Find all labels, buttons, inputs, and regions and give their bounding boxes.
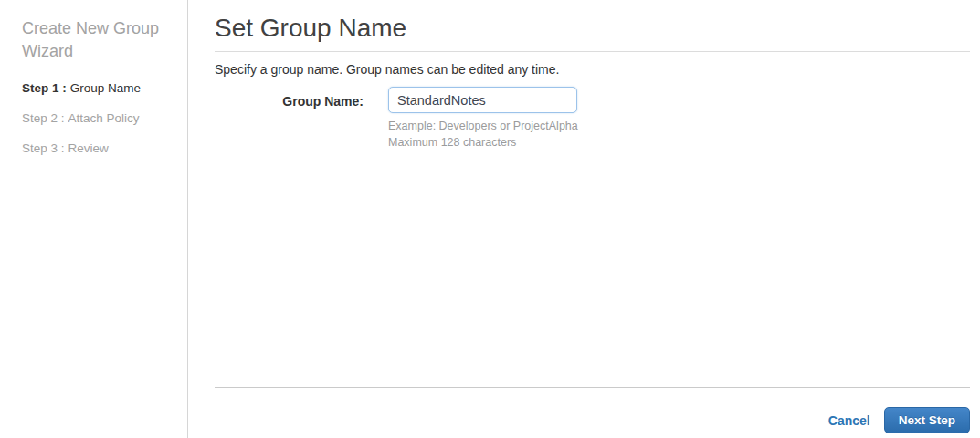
page-title: Set Group Name [215,12,970,45]
wizard-sidebar: Create New Group Wizard Step 1 :Group Na… [0,0,188,438]
cancel-button[interactable]: Cancel [828,413,870,428]
group-name-form-row: Group Name: Example: Developers or Proje… [215,87,970,151]
title-divider [215,51,970,52]
help-max-chars: Maximum 128 characters [388,134,578,151]
create-group-wizard-page: Create New Group Wizard Step 1 :Group Na… [0,0,980,438]
group-name-label: Group Name: [215,87,364,151]
step-label: Review [68,141,109,155]
footer-actions: Cancel Next Step [828,407,970,433]
step-prefix: Step 3 : [22,141,65,155]
main-content: Set Group Name Specify a group name. Gro… [215,0,970,438]
wizard-title: Create New Group Wizard [22,17,178,63]
step-prefix: Step 2 : [22,111,65,125]
footer-divider [215,387,970,388]
step-label: Group Name [70,81,141,95]
group-name-field: Example: Developers or ProjectAlpha Maxi… [388,87,578,151]
sidebar-step-group-name: Step 1 :Group Name [22,81,178,96]
group-name-input[interactable] [388,87,577,113]
page-description: Specify a group name. Group names can be… [215,62,970,78]
help-example: Example: Developers or ProjectAlpha [388,118,578,134]
sidebar-step-attach-policy: Step 2 :Attach Policy [22,111,178,126]
step-prefix: Step 1 : [22,81,67,95]
step-label: Attach Policy [68,111,140,125]
group-name-help: Example: Developers or ProjectAlpha Maxi… [388,118,578,151]
sidebar-step-review: Step 3 :Review [22,141,178,156]
next-step-button[interactable]: Next Step [884,407,970,433]
